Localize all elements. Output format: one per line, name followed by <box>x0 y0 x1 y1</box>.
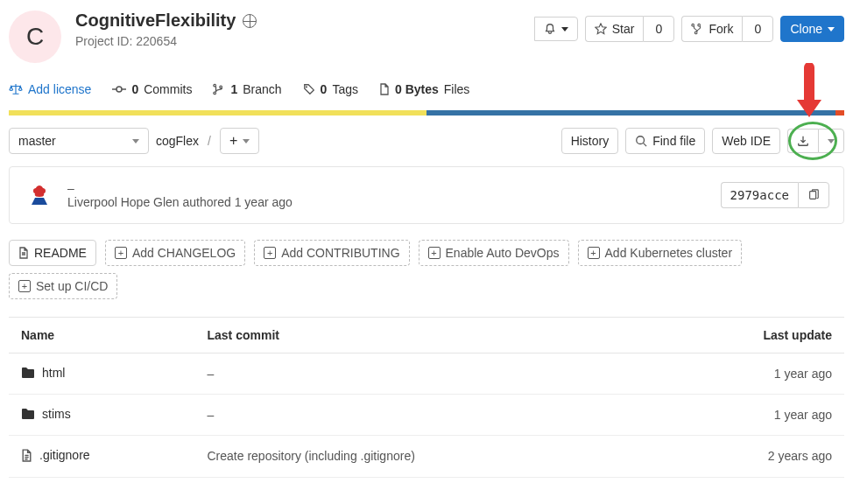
fork-icon <box>691 23 703 35</box>
history-label: History <box>571 134 610 148</box>
tags-link[interactable]: 0 Tags <box>303 82 358 96</box>
project-id: Project ID: 220654 <box>75 34 534 48</box>
project-title: CognitiveFlexibility <box>75 10 534 31</box>
changelog-label: Add CHANGELOG <box>132 246 236 260</box>
star-label: Star <box>612 22 635 36</box>
branch-link[interactable]: 1 Branch <box>213 82 281 96</box>
download-button[interactable] <box>787 129 818 153</box>
web-ide-label: Web IDE <box>722 134 771 148</box>
breadcrumb-separator: / <box>208 134 211 148</box>
branch-count: 1 <box>230 82 237 96</box>
cicd-label: Set up CI/CD <box>36 279 108 293</box>
branch-label: Branch <box>243 82 281 96</box>
file-name-text: stims <box>42 407 71 421</box>
notification-dropdown[interactable] <box>534 17 578 41</box>
file-icon <box>21 449 32 462</box>
contributing-label: Add CONTRIBUTING <box>281 246 399 260</box>
add-license-label: Add license <box>28 82 91 96</box>
commit-title[interactable]: – <box>67 181 708 195</box>
row-update: 1 year ago <box>659 395 845 436</box>
scale-icon <box>9 83 23 95</box>
last-commit-box: – Liverpool Hope Glen authored 1 year ag… <box>9 166 844 224</box>
add-changelog-button[interactable]: + Add CHANGELOG <box>105 240 245 266</box>
commit-sha[interactable]: 2979acce <box>721 182 798 208</box>
branch-selector[interactable]: master <box>9 128 149 154</box>
plus-square-icon: + <box>428 247 441 259</box>
file-name-text: .gitignore <box>39 448 90 462</box>
commit-icon <box>112 85 126 94</box>
table-row[interactable]: .gitignore Create repository (including … <box>9 436 844 478</box>
plus-icon: + <box>229 134 237 148</box>
clone-button[interactable]: Clone <box>780 16 844 42</box>
project-header: C CognitiveFlexibility Project ID: 22065… <box>9 0 844 74</box>
add-contributing-button[interactable]: + Add CONTRIBUTING <box>254 240 409 266</box>
readme-label: README <box>34 246 87 260</box>
copy-icon <box>807 189 820 201</box>
row-update: 2 years ago <box>659 436 845 478</box>
tree-header: master cogFlex / + History Find file Web… <box>9 116 844 166</box>
setup-cicd-button[interactable]: + Set up CI/CD <box>9 273 117 299</box>
fork-count[interactable]: 0 <box>742 16 773 42</box>
tag-icon <box>303 83 315 95</box>
annotation-arrow-icon <box>792 63 827 124</box>
history-button[interactable]: History <box>561 128 619 154</box>
svg-point-3 <box>637 136 645 144</box>
row-update: 1 year ago <box>659 354 845 395</box>
file-icon <box>18 247 29 259</box>
project-stats: Add license 0 Commits 1 Branch 0 Tags <box>9 74 844 110</box>
files-link[interactable]: 0 Bytes Files <box>379 82 469 96</box>
svg-point-0 <box>116 87 122 92</box>
web-ide-button[interactable]: Web IDE <box>712 128 780 154</box>
bytes-label: Files <box>444 82 470 96</box>
star-button[interactable]: Star <box>585 16 644 42</box>
star-count[interactable]: 0 <box>643 16 674 42</box>
add-kubernetes-button[interactable]: + Add Kubernetes cluster <box>578 240 743 266</box>
find-file-button[interactable]: Find file <box>625 128 705 154</box>
col-commit[interactable]: Last commit <box>195 318 659 354</box>
plus-square-icon: + <box>588 247 600 259</box>
file-icon <box>379 83 390 95</box>
find-file-label: Find file <box>652 134 695 148</box>
row-commit: – <box>195 354 659 395</box>
readme-button[interactable]: README <box>9 240 96 266</box>
col-update[interactable]: Last update <box>659 318 845 354</box>
header-actions: Star 0 Fork 0 Clone <box>534 16 844 42</box>
add-file-button[interactable]: + <box>220 128 259 154</box>
row-commit: – <box>195 395 659 436</box>
branch-icon <box>213 83 225 95</box>
clone-label: Clone <box>790 22 822 36</box>
bytes-count: 0 Bytes <box>395 82 439 96</box>
col-name[interactable]: Name <box>9 318 195 354</box>
globe-icon <box>243 14 257 28</box>
table-row[interactable]: stims – 1 year ago <box>9 395 844 436</box>
star-icon <box>595 23 607 35</box>
enable-autodevops-button[interactable]: + Enable Auto DevOps <box>419 240 569 266</box>
bell-icon <box>544 23 556 35</box>
commits-label: Commits <box>144 82 192 96</box>
plus-square-icon: + <box>264 247 276 259</box>
breadcrumb: cogFlex / + <box>156 128 259 154</box>
svg-line-4 <box>644 144 647 147</box>
chevron-down-icon <box>561 27 568 32</box>
download-dropdown[interactable] <box>818 129 844 153</box>
file-name-text: html <box>42 366 65 380</box>
commit-author-avatar <box>24 179 55 211</box>
branch-name: master <box>18 134 56 148</box>
svg-rect-5 <box>810 192 816 200</box>
chevron-down-icon <box>132 139 139 144</box>
copy-sha-button[interactable] <box>798 182 829 208</box>
row-commit: Create repository (including .gitignore) <box>195 436 659 478</box>
folder-icon <box>21 367 35 379</box>
download-icon <box>797 135 809 147</box>
tags-count: 0 <box>321 82 328 96</box>
chevron-down-icon <box>828 27 835 32</box>
breadcrumb-root[interactable]: cogFlex <box>156 134 199 148</box>
suggestion-row: README + Add CHANGELOG + Add CONTRIBUTIN… <box>9 224 844 273</box>
table-row[interactable]: html – 1 year ago <box>9 354 844 395</box>
add-license-link[interactable]: Add license <box>9 82 91 96</box>
autodevops-label: Enable Auto DevOps <box>446 246 560 260</box>
file-table: Name Last commit Last update html – 1 ye… <box>9 317 844 478</box>
fork-button[interactable]: Fork <box>681 16 742 42</box>
commits-link[interactable]: 0 Commits <box>112 82 192 96</box>
project-avatar: C <box>9 10 61 63</box>
